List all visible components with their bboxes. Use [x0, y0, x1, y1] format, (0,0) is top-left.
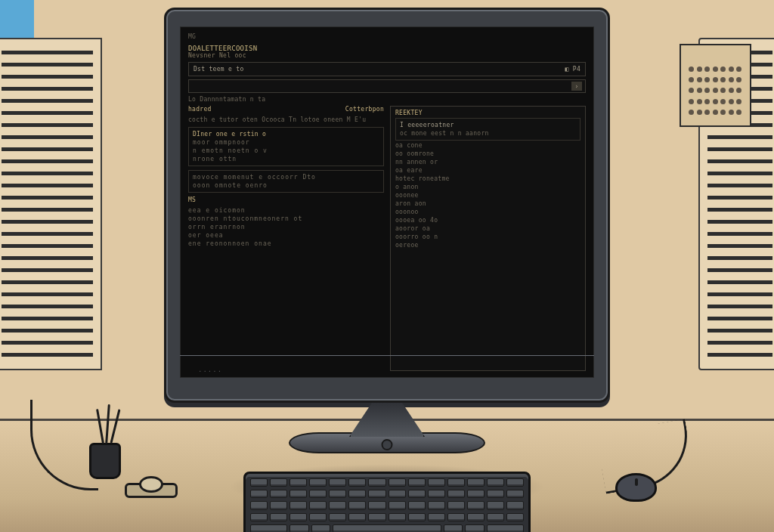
- status-line: Lo Dannnntamatn n ta: [188, 96, 586, 103]
- code-block: movoce momenut e occoorr Dto ooon omnote…: [188, 170, 384, 193]
- monitor-chin: .....: [180, 355, 594, 378]
- code-line: ooonren ntouconmneonern ot: [188, 215, 384, 222]
- code-line: ene reononnoen onae: [188, 240, 384, 247]
- search-bar: ›: [188, 79, 586, 93]
- code-line: eea e oicomon: [188, 207, 384, 214]
- code-line: orrn eranrnon: [188, 224, 384, 230]
- description-line: cocth e tutor oten Ocooca Tn lotoe oneen…: [188, 116, 384, 123]
- monitor-neck: [349, 403, 425, 437]
- code-line: oer oeea: [188, 232, 384, 239]
- window-blinds-left: [0, 38, 102, 370]
- list-item: oa cone: [395, 142, 580, 149]
- toolbar-label-left: Dst teem e to: [194, 66, 244, 73]
- app-title: DOALETTEERCOOISN: [188, 45, 586, 52]
- monitor-brand: .....: [198, 366, 222, 373]
- section-label: MS: [188, 196, 384, 203]
- list-item: o anon: [395, 184, 580, 190]
- keyboard-row: [250, 524, 524, 532]
- computer-mouse: [615, 473, 657, 502]
- list-item: ooonoo: [395, 209, 580, 215]
- list-item: oo oomrone: [395, 150, 580, 157]
- power-button-icon: [382, 439, 393, 450]
- block-heading: I eeeeeroatner: [400, 122, 576, 128]
- search-go-button: ›: [571, 82, 582, 91]
- list-item: oereoe: [395, 242, 580, 249]
- code-block: DIner one e rstin o moor ommpnoor n emot…: [188, 127, 384, 166]
- pen-cup: [89, 443, 121, 479]
- right-pane: REEKTEY I eeeeeroatner oc mone eest n n …: [390, 106, 586, 371]
- list-item: ooorro oo n: [395, 234, 580, 240]
- keyboard: [243, 472, 531, 532]
- keyboard-row: [250, 478, 524, 487]
- list-item: oooea oo 4o: [395, 217, 580, 224]
- toolbar: Dst teem e to ◧ P4: [188, 62, 586, 76]
- info-block: I eeeeeroatner oc mone eest n n aanorn: [395, 118, 580, 141]
- code-line: movoce momenut e occoorr Dto: [193, 174, 379, 181]
- title-block: DOALETTEERCOOISN Nevsner Nel ooc: [188, 45, 586, 59]
- layout-icon: ◧: [565, 66, 569, 73]
- menu-bar: MG: [188, 33, 586, 42]
- monitor-bezel: MG DOALETTEERCOOISN Nevsner Nel ooc Dst …: [164, 8, 610, 403]
- wall-calendar: [680, 44, 751, 127]
- screen-content: MG DOALETTEERCOOISN Nevsner Nel ooc Dst …: [180, 26, 594, 378]
- left-pane: hadred Cotterbpon cocth e tutor oten Oco…: [188, 106, 384, 371]
- charging-dock: [125, 483, 178, 498]
- list-item: aron aon: [395, 200, 580, 207]
- app-subtitle: Nevsner Nel ooc: [188, 52, 586, 59]
- keyboard-row: [250, 513, 524, 521]
- list-item: ooonee: [395, 192, 580, 199]
- code-line: nrone ottn: [193, 156, 379, 162]
- list-item: nn annen or: [395, 159, 580, 165]
- code-line: n emotn noetn o v: [193, 147, 379, 154]
- list-item: aooror oa: [395, 225, 580, 232]
- pane-header: REEKTEY: [395, 110, 580, 116]
- monitor: MG DOALETTEERCOOISN Nevsner Nel ooc Dst …: [164, 8, 610, 453]
- block-heading: DIner one e rstin o: [193, 131, 379, 138]
- calendar-grid: [689, 66, 742, 118]
- toolbar-label-right: P4: [573, 66, 580, 73]
- block-sub: oc mone eest n n aanorn: [400, 130, 576, 137]
- menu-item: MG: [188, 33, 196, 40]
- list-item: hotec roneatme: [395, 175, 580, 182]
- output-lines: eea e oicomon ooonren ntouconmneonern ot…: [188, 207, 384, 247]
- code-line: moor ommpnoor: [193, 139, 379, 146]
- keyboard-row: [250, 501, 524, 509]
- pane-header: Cotterbpon: [345, 106, 384, 113]
- list-item: oa eare: [395, 167, 580, 174]
- list: oa cone oo oomrone nn annen or oa eare h…: [395, 142, 580, 249]
- keyboard-row: [250, 490, 524, 498]
- pane-header: hadred: [188, 106, 212, 113]
- code-line: ooon omnote oenro: [193, 182, 379, 189]
